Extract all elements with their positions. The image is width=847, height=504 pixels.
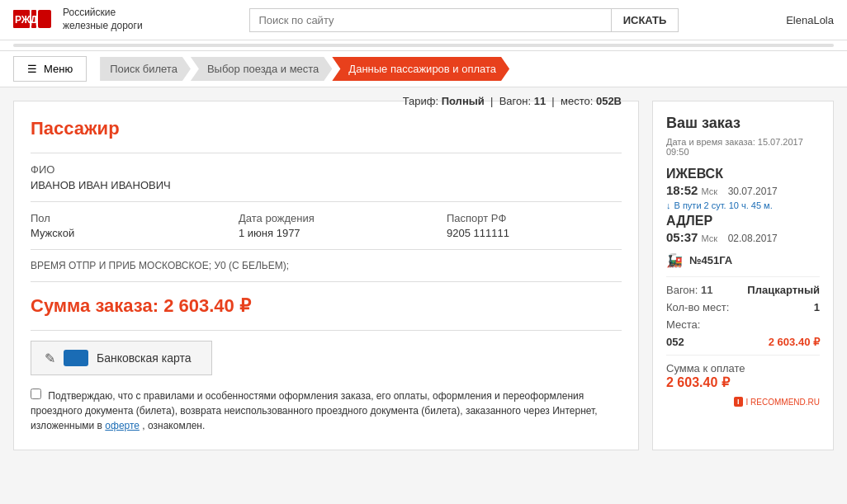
seats-count-label: Кол-во мест: <box>666 301 729 313</box>
fields-row: Пол Мужской Дата рождения 1 июня 1977 Па… <box>31 212 622 239</box>
from-city: ИЖЕВСК <box>666 167 820 181</box>
wagon-num-label: Вагон: 11 <box>666 284 712 296</box>
divider-2 <box>31 201 622 202</box>
tariff-value: Полный <box>442 95 485 107</box>
seats-price-row: 052 2 603.40 ₽ <box>666 336 820 348</box>
travel-time-text: В пути 2 сут. 10 ч. 45 м. <box>674 200 773 210</box>
divider-5 <box>31 330 622 331</box>
wagon-num-value: 11 <box>701 284 712 296</box>
order-date: Дата и время заказа: 15.07.2017 09:50 <box>666 137 820 157</box>
passenger-title: Пассажир <box>31 118 120 139</box>
payment-label: Банковская карта <box>97 351 191 365</box>
seats-price: 2 603.40 ₽ <box>769 336 820 348</box>
from-msk: Мск <box>702 186 718 196</box>
seats-label: Места: <box>666 318 700 331</box>
order-sum: Сумма заказа: 2 603.40 ₽ <box>31 295 622 317</box>
gender-value: Мужской <box>31 227 206 239</box>
step-choose[interactable]: Выбор поезда и места <box>191 57 332 81</box>
seats-count-value: 1 <box>814 301 820 313</box>
step-search[interactable]: Поиск билета <box>100 57 191 81</box>
step-passengers[interactable]: Данные пассажиров и оплата <box>332 57 509 81</box>
order-title: Ваш заказ <box>666 115 820 132</box>
nav-bar: ☰ Меню Поиск билета Выбор поезда и места… <box>0 51 847 87</box>
passport-group: Паспорт РФ 9205 111111 <box>447 212 622 239</box>
search-bar: ИСКАТЬ <box>249 8 679 32</box>
seat-value: 052В <box>596 95 622 107</box>
dob-label: Дата рождения <box>239 212 414 224</box>
wagon-type-row: Вагон: 11 Плацкартный <box>666 284 820 296</box>
passport-label: Паспорт РФ <box>447 212 622 224</box>
menu-label: Меню <box>44 63 73 75</box>
from-time: 18:52 <box>666 183 698 197</box>
notice-text: ВРЕМЯ ОТПР И ПРИБ МОСКОВСКОЕ; У0 (С БЕЛЬ… <box>31 260 622 271</box>
recommend-logo: I <box>734 397 743 407</box>
header: РЖД Российские железные дороги ИСКАТЬ El… <box>0 0 847 40</box>
gender-group: Пол Мужской <box>31 212 206 239</box>
edit-icon: ✎ <box>45 351 55 366</box>
search-input[interactable] <box>249 8 611 32</box>
wagon-value: 11 <box>534 95 546 107</box>
checkbox-text2: , ознакомлен. <box>142 420 205 431</box>
left-panel: Пассажир Тариф: Полный | Вагон: 11 | мес… <box>13 101 639 450</box>
payment-button[interactable]: ✎ Банковская карта <box>31 341 212 375</box>
dob-group: Дата рождения 1 июня 1977 <box>239 212 414 239</box>
logo-text: Российские железные дороги <box>63 7 143 32</box>
fio-value: ИВАНОВ ИВАН ИВАНОВИЧ <box>31 179 622 191</box>
tariff-label: Тариф: <box>403 95 438 107</box>
dob-value: 1 июня 1977 <box>239 227 414 239</box>
to-msk: Мск <box>702 233 718 243</box>
svg-text:РЖД: РЖД <box>15 14 38 26</box>
top-bar <box>0 40 847 51</box>
from-date: 30.07.2017 <box>728 186 778 197</box>
rzd-logo: РЖД <box>13 7 53 33</box>
menu-icon: ☰ <box>27 63 37 75</box>
breadcrumb: Поиск билета Выбор поезда и места Данные… <box>100 57 509 81</box>
total-price: 2 603.40 ₽ <box>666 374 820 390</box>
recommend-text: I RECOMMEND.RU <box>746 398 820 407</box>
to-city: АДЛЕР <box>666 214 820 228</box>
total-section: Сумма к оплате 2 603.40 ₽ <box>666 362 820 390</box>
order-summary-panel: Ваш заказ Дата и время заказа: 15.07.201… <box>652 101 834 450</box>
order-sum-label: Сумма заказа: <box>31 295 159 316</box>
travel-time: ↓ В пути 2 сут. 10 ч. 45 м. <box>666 200 820 210</box>
username: ElenaLola <box>786 14 834 26</box>
seats-value: 052 <box>666 336 684 348</box>
to-time: 05:37 <box>666 230 698 244</box>
wagon-type-value: Плацкартный <box>747 284 820 296</box>
order-date-label: Дата и время заказа: <box>666 137 755 147</box>
oferta-link[interactable]: оферте <box>105 420 140 431</box>
to-time-row: 05:37 Мск 02.08.2017 <box>666 230 820 244</box>
payment-section: ✎ Банковская карта <box>31 341 622 375</box>
checkbox-label[interactable]: Подтверждаю, что с правилами и особеннос… <box>31 390 598 431</box>
checkbox-section: Подтверждаю, что с правилами и особеннос… <box>31 389 622 433</box>
summary-divider-1 <box>666 276 820 277</box>
seats-count-row: Кол-во мест: 1 <box>666 301 820 313</box>
train-row: 🚂 №451ГА <box>666 252 820 268</box>
order-sum-value: 2 603.40 ₽ <box>163 295 251 316</box>
total-label: Сумма к оплате <box>666 362 820 374</box>
passport-value: 9205 111111 <box>447 227 622 239</box>
confirm-checkbox[interactable] <box>31 389 41 399</box>
menu-button[interactable]: ☰ Меню <box>13 56 87 82</box>
gender-label: Пол <box>31 212 206 224</box>
card-icon <box>64 350 88 366</box>
to-date: 02.08.2017 <box>728 233 778 244</box>
seat-label: место: <box>561 95 593 107</box>
header-left: РЖД Российские железные дороги <box>13 7 143 33</box>
wagon-label: Вагон: <box>499 95 531 107</box>
train-number: №451ГА <box>689 254 732 266</box>
search-button[interactable]: ИСКАТЬ <box>612 8 679 32</box>
divider-1 <box>31 153 622 153</box>
svg-rect-2 <box>38 10 51 28</box>
summary-divider-2 <box>666 355 820 356</box>
fio-label: ФИО <box>31 163 622 176</box>
train-icon: 🚂 <box>666 252 683 268</box>
tariff-info: Тариф: Полный | Вагон: 11 | место: 052В <box>403 95 622 107</box>
from-time-row: 18:52 Мск 30.07.2017 <box>666 183 820 197</box>
divider-3 <box>31 249 622 250</box>
seats-row: Места: <box>666 318 820 331</box>
arrow-down-icon: ↓ <box>666 200 671 210</box>
divider-4 <box>31 281 622 282</box>
recommend-badge: I I RECOMMEND.RU <box>666 397 820 407</box>
main-content: Пассажир Тариф: Полный | Вагон: 11 | мес… <box>0 87 847 464</box>
